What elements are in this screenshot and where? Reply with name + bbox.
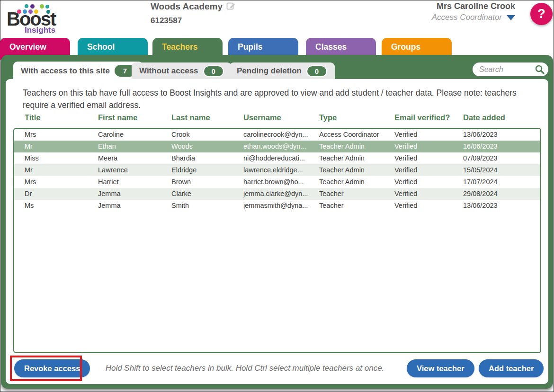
search-box xyxy=(473,62,548,76)
cell-last-name: Brown xyxy=(171,176,243,188)
cell-type: Teacher Admin xyxy=(319,164,394,176)
logo-secondary-text: Insights xyxy=(25,26,55,35)
cell-type: Teacher Admin xyxy=(319,176,394,188)
cell-date-added: 16/06/2023 xyxy=(463,141,540,152)
column-header-last-name[interactable]: Last name xyxy=(171,113,243,122)
subtab-pending-deletion[interactable]: Pending deletion0 xyxy=(229,62,335,80)
view-teacher-button[interactable]: View teacher xyxy=(407,359,474,377)
cell-username: harriet.brown@ho... xyxy=(243,176,319,188)
chevron-down-icon[interactable] xyxy=(507,15,515,20)
cell-title: Mrs xyxy=(25,176,98,188)
cell-title: Miss xyxy=(25,152,98,164)
boost-logo: Boost Insights xyxy=(7,2,68,36)
subtab-label: Without access xyxy=(139,66,198,76)
user-menu[interactable]: Mrs Caroline Crook Access Coordinator xyxy=(432,1,515,22)
cell-title: Mr xyxy=(25,164,98,176)
add-teacher-button[interactable]: Add teacher xyxy=(479,359,544,377)
school-info: Woods Academy 6123587 xyxy=(151,1,236,26)
cell-title: Ms xyxy=(25,200,98,212)
table-row[interactable]: MrEthanWoodsethan.woods@dyn...Teacher Ad… xyxy=(14,141,540,152)
cell-username: carolinecrook@dyn... xyxy=(243,129,319,141)
revoke-access-button[interactable]: Revoke access xyxy=(14,359,90,377)
cell-first-name: Lawrence xyxy=(98,164,171,176)
edit-school-name-icon[interactable] xyxy=(226,1,236,13)
cell-type: Access Coordinator xyxy=(319,129,394,141)
cell-title: Mrs xyxy=(25,129,98,141)
cell-first-name: Ethan xyxy=(98,141,171,152)
cell-title: Dr xyxy=(25,188,98,200)
column-header-username[interactable]: Username xyxy=(243,113,319,122)
column-header-title[interactable]: Title xyxy=(25,113,98,122)
table-header-row: TitleFirst nameLast nameUsernameTypeEmai… xyxy=(14,113,540,122)
subtab-label: With access to this site xyxy=(21,66,110,76)
table-row[interactable]: DrJemmaClarkejemma.clarke@dyn...TeacherV… xyxy=(14,188,540,200)
subtab-with-access-to-this-site[interactable]: With access to this site7 xyxy=(13,62,143,80)
cell-date-added: 07/09/2023 xyxy=(463,152,540,164)
cell-date-added: 13/06/2023 xyxy=(463,129,540,141)
subtab-count-badge: 0 xyxy=(306,65,327,77)
cell-date-added: 15/05/2024 xyxy=(463,164,540,176)
school-name: Woods Academy xyxy=(151,1,223,11)
tab-label: School xyxy=(87,42,115,52)
teachers-panel: With access to this site7Without access0… xyxy=(1,55,553,389)
cell-email-verified: Verified xyxy=(394,152,463,164)
column-header-email-verified[interactable]: Email verified? xyxy=(394,113,463,122)
table-row[interactable]: MrLawrenceEldridgelawrence.eldridge...Te… xyxy=(14,164,540,176)
subtab-label: Pending deletion xyxy=(237,66,302,76)
tab-label: Overview xyxy=(9,42,46,52)
cell-last-name: Smith xyxy=(171,200,243,212)
cell-email-verified: Verified xyxy=(394,141,463,152)
help-button[interactable]: ? xyxy=(530,3,553,25)
cell-username: lawrence.eldridge... xyxy=(243,164,319,176)
column-header-type[interactable]: Type xyxy=(319,113,394,122)
cell-first-name: Meera xyxy=(98,152,171,164)
subtab-without-access[interactable]: Without access0 xyxy=(132,62,232,80)
selection-hint: Hold Shift to select teachers in bulk. H… xyxy=(91,364,399,373)
cell-first-name: Caroline xyxy=(98,129,171,141)
table-row[interactable]: MrsCarolineCrookcarolinecrook@dyn...Acce… xyxy=(14,129,540,141)
app-window: Boost Insights Woods Academy 6123587 Mrs… xyxy=(0,0,554,392)
cell-username: ni@hoddereducati... xyxy=(243,152,319,164)
cell-date-added: 13/06/2023 xyxy=(463,200,540,212)
tab-label: Classes xyxy=(315,42,347,52)
cell-first-name: Jemma xyxy=(98,188,171,200)
cell-last-name: Bhardia xyxy=(171,152,243,164)
cell-email-verified: Verified xyxy=(394,176,463,188)
column-header-first-name[interactable]: First name xyxy=(98,113,171,122)
tab-label: Groups xyxy=(391,42,420,52)
column-header-date-added[interactable]: Date added xyxy=(463,113,540,122)
cell-date-added: 17/07/2024 xyxy=(463,176,540,188)
cell-first-name: Harriet xyxy=(98,176,171,188)
user-name: Mrs Caroline Crook xyxy=(432,1,515,11)
cell-last-name: Clarke xyxy=(171,188,243,200)
cell-type: Teacher Admin xyxy=(319,152,394,164)
cell-email-verified: Verified xyxy=(394,188,463,200)
search-icon[interactable] xyxy=(535,64,545,77)
cell-last-name: Crook xyxy=(171,129,243,141)
cell-type: Teacher Admin xyxy=(319,141,394,152)
tab-label: Teachers xyxy=(162,42,198,52)
table-row[interactable]: MissMeeraBhardiani@hoddereducati...Teach… xyxy=(14,152,540,164)
cell-email-verified: Verified xyxy=(394,129,463,141)
tab-label: Pupils xyxy=(238,42,263,52)
cell-username: ethan.woods@dyn... xyxy=(243,141,319,152)
cell-title: Mr xyxy=(25,141,98,152)
tab-teachers[interactable]: Teachers xyxy=(152,38,223,60)
cell-email-verified: Verified xyxy=(394,164,463,176)
cell-date-added: 29/08/2024 xyxy=(463,188,540,200)
user-role: Access Coordinator xyxy=(432,13,502,22)
tab-content: Teachers on this tab have full access to… xyxy=(6,79,548,384)
table-row[interactable]: MsJemmaSmithjemmasmith@dyna...TeacherVer… xyxy=(14,200,540,212)
cell-email-verified: Verified xyxy=(394,200,463,212)
teachers-table: MrsCarolineCrookcarolinecrook@dyn...Acce… xyxy=(13,128,541,353)
cell-type: Teacher xyxy=(319,200,394,212)
table-row[interactable]: MrsHarrietBrownharriet.brown@ho...Teache… xyxy=(14,176,540,188)
cell-first-name: Jemma xyxy=(98,200,171,212)
subtab-count-badge: 0 xyxy=(203,65,224,77)
school-id: 6123587 xyxy=(151,16,236,26)
cell-username: jemmasmith@dyna... xyxy=(243,200,319,212)
cell-type: Teacher xyxy=(319,188,394,200)
cell-username: jemma.clarke@dyn... xyxy=(243,188,319,200)
cell-last-name: Woods xyxy=(171,141,243,152)
cell-last-name: Eldridge xyxy=(171,164,243,176)
